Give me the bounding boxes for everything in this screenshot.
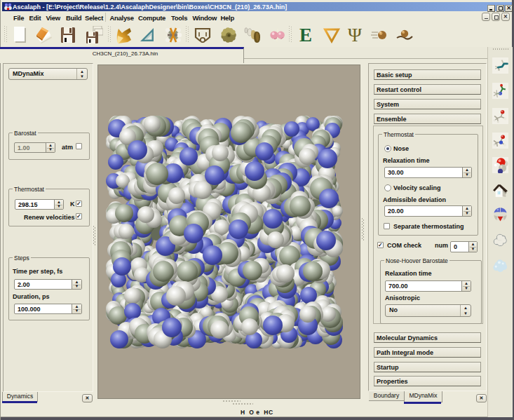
- svg-text:E: E: [299, 26, 312, 44]
- svg-text:Ψ: Ψ: [348, 26, 362, 44]
